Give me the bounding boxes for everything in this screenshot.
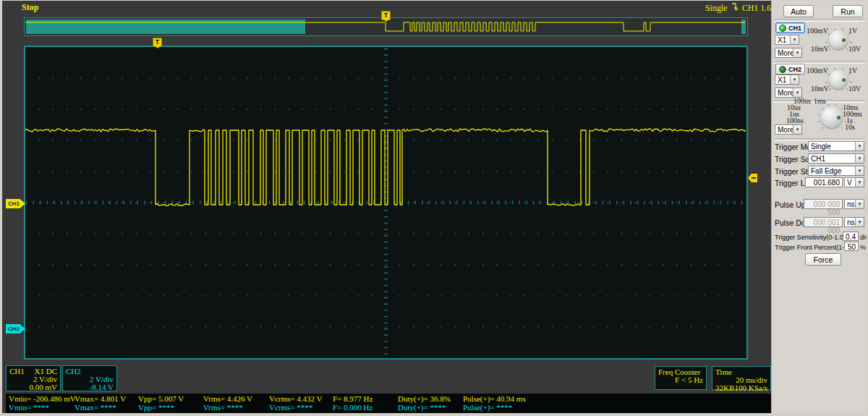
window-frame-bottom (0, 413, 868, 416)
time-label-10s: 10s (845, 123, 855, 131)
trigger-level-unit: V (845, 178, 855, 187)
auto-button[interactable]: Auto (783, 5, 814, 17)
ch1-volts-label-100mv: 100mV (799, 27, 828, 35)
oscilloscope-app: Stop Single CH1 1.680 V T T CH1 CH2 CH1 … (0, 0, 868, 416)
run-button[interactable]: Run (833, 5, 863, 17)
force-trigger-button[interactable]: Force (805, 253, 841, 266)
ch1-box-offset: 0.00 mV (9, 383, 57, 391)
pulse-up-unit: ns (845, 200, 855, 208)
trigger-sensitivity-label: Trigger Sensitivity(0-1.0) (775, 234, 846, 241)
measurement-bar: Vmin= -206.486 mVVmin= **** Vmax= 4.801 … (6, 394, 771, 413)
trigger-position-marker-plot[interactable]: T (153, 38, 162, 47)
meas-duty-ch1: Duty(+)= 36.8% (398, 394, 451, 403)
trigger-mode-badge: Single (705, 3, 728, 14)
meas-vrms-ch2: Vrms= **** (203, 403, 252, 412)
pulse-up-label: Pulse Up (775, 200, 806, 209)
meas-vcrms-ch1: Vcrms= 4.432 V (269, 394, 323, 403)
trigger-position-marker-navigator[interactable]: T (381, 11, 391, 20)
meas-vrms-ch1: Vrms= 4.426 V (203, 394, 252, 403)
chevron-down-icon: ▼ (793, 125, 801, 134)
chevron-down-icon: ▼ (855, 142, 864, 150)
knob-tick (850, 42, 852, 43)
separator (774, 19, 865, 22)
meas-vpp-ch1: Vpp= 5.007 V (138, 394, 184, 403)
trigger-mode-select[interactable]: Single▼ (808, 141, 864, 151)
meas-freq-ch1: F= 8.977 Hz (333, 394, 373, 403)
trigger-level-input[interactable]: 001.680 (805, 177, 843, 187)
control-panel: Auto Run CH1 100mV 1V 10mV 10V X1▼ More▼… (771, 0, 867, 416)
chevron-down-icon: ▼ (855, 218, 864, 226)
knob-indicator-dot (842, 78, 846, 82)
knob-tick (825, 82, 827, 82)
trigger-level-unit-select[interactable]: V▼ (844, 177, 864, 187)
knob-tick (822, 127, 824, 130)
trigger-mode-value: Single (809, 142, 855, 150)
timebase-knob[interactable] (821, 106, 843, 128)
meas-vpp-ch2: Vpp= **** (138, 403, 184, 412)
knob-indicator-dot (837, 116, 841, 119)
fall-edge-icon (731, 2, 739, 14)
meas-vmax-ch1: Vmax= 4.801 V (75, 394, 126, 403)
ch1-more-select[interactable]: More▼ (775, 48, 802, 58)
ch1-probe-value: X1 (775, 35, 790, 44)
trigger-style-select[interactable]: Fall Edge▼ (808, 166, 864, 176)
trigger-level-marker[interactable] (748, 174, 757, 182)
knob-tick (818, 122, 820, 123)
knob-tick (835, 104, 837, 106)
ch2-zero-marker[interactable]: CH2 (6, 324, 25, 334)
chevron-down-icon: ▼ (855, 166, 864, 175)
knob-tick (829, 48, 831, 51)
ch2-led-icon (779, 66, 786, 73)
ch2-more-select[interactable]: More▼ (775, 88, 802, 98)
ch1-volts-knob[interactable] (829, 30, 848, 49)
ch2-volts-knob[interactable] (829, 70, 848, 89)
ch1-probe-select[interactable]: X1▼ (775, 35, 799, 45)
ch1-box-title: CH1 (9, 368, 25, 375)
ch2-volts-label-10v: 10V (848, 85, 861, 93)
trigger-style-value: Fall Edge (809, 166, 855, 175)
trigger-front-input[interactable]: 50 (844, 242, 859, 251)
knob-tick (842, 28, 843, 30)
time-more-value: More (775, 125, 793, 134)
meas-duty-ch2: Duty(+)= **** (398, 403, 451, 412)
navigator-end-marker (741, 20, 746, 34)
ch2-info-box[interactable]: CH2 2 V/div -8.14 V (62, 365, 117, 391)
meas-vmin-ch1: Vmin= -206.486 mV (9, 394, 76, 403)
time-more-select[interactable]: More▼ (775, 124, 802, 135)
meas-vmin-ch2: Vmin= **** (9, 403, 76, 412)
pulse-up-unit-select[interactable]: ns▼ (844, 199, 864, 209)
knob-tick (834, 28, 835, 30)
window-frame-left (0, 0, 2, 416)
navigator-view-window[interactable] (26, 20, 305, 34)
meas-vcrms-ch2: Vcrms= **** (269, 403, 323, 412)
ch1-zero-marker[interactable]: CH1 (6, 199, 25, 208)
ch2-probe-select[interactable]: X1▼ (775, 75, 799, 85)
freq-counter-box: Freq Counter F < 5 Hz (655, 366, 707, 390)
chevron-down-icon: ▼ (855, 154, 864, 163)
meas-freq-ch2: F= 0.000 Hz (333, 403, 373, 412)
window-frame-top (0, 0, 868, 1)
knob-tick (818, 114, 820, 116)
meas-vmax-ch2: Vmax= **** (75, 403, 126, 412)
ch2-more-value: More (775, 88, 793, 97)
trigger-sensitivity-input[interactable]: 0.4 (843, 232, 859, 241)
timebase-box: Time 20 ms/div 32KB 100 KSa/s (712, 366, 771, 390)
ch1-volts-label-10v: 10V (848, 45, 861, 53)
knob-tick (822, 108, 824, 110)
knob-tick (827, 73, 830, 75)
pulse-down-unit-select[interactable]: ns▼ (844, 217, 864, 227)
ch1-info-box[interactable]: CH1 X1 DC 2 V/div 0.00 mV (6, 365, 61, 391)
ch2-probe-value: X1 (775, 75, 790, 84)
trigger-front-label: Trigger Front Percent(1-99) (775, 244, 854, 251)
meas-pulse-ch2: Pulse(+)= **** (463, 403, 526, 412)
pulse-down-unit: ns (845, 218, 855, 226)
pulse-up-input[interactable]: 000 000 500 (804, 199, 843, 209)
trigger-source-value: CH1 (809, 154, 855, 163)
trigger-source-select[interactable]: CH1▼ (808, 153, 864, 164)
ch2-volts-label-10mv: 10mV (800, 85, 829, 93)
pulse-down-input[interactable]: 000 001 000 (804, 217, 843, 227)
waveform-display (24, 46, 748, 360)
freq-counter-value: F < 5 Hz (658, 376, 703, 384)
chevron-down-icon: ▼ (793, 88, 801, 97)
time-label-1ms: 1ms (814, 97, 826, 105)
